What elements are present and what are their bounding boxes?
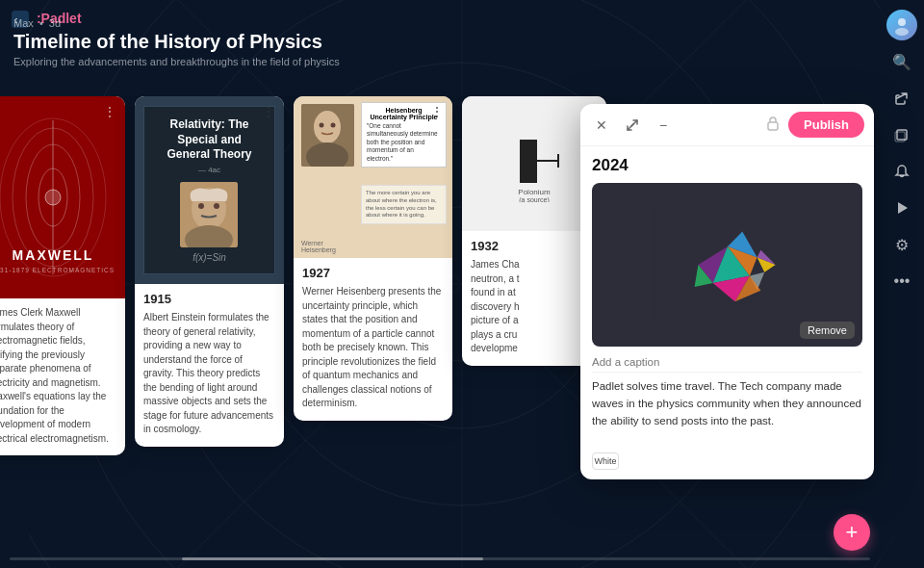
- 1932-text: James Chaneutron, a tfound in atdiscover…: [471, 258, 598, 356]
- svg-point-30: [214, 203, 219, 209]
- scroll-thumb: [182, 557, 483, 560]
- caption-input[interactable]: [592, 352, 862, 373]
- maxwell-body: James Clerk Maxwell formulates theory of…: [0, 298, 125, 455]
- maxwell-image: MAXWELL 1831-1879 ELECTROMAGNETICS: [0, 96, 125, 298]
- editor-footer: White: [580, 447, 874, 479]
- board-info: Max • 3d Timeline of the History of Phys…: [13, 17, 340, 67]
- relativity-text: Albert Einstein formulates the theory of…: [143, 311, 275, 437]
- editor-header: ✕ − Publish: [580, 104, 874, 146]
- heisenberg-desc: The more certain you are about where the…: [361, 185, 447, 224]
- card-menu-maxwell[interactable]: ⋮: [100, 102, 119, 121]
- svg-point-35: [331, 123, 336, 128]
- book-author: — 4ac: [198, 166, 220, 174]
- right-sidebar: 🔍 ⚙ •••: [880, 0, 924, 568]
- remove-image-button[interactable]: Remove: [800, 322, 855, 339]
- post-image: Remove: [592, 183, 862, 347]
- gear-icon[interactable]: ⚙: [886, 229, 917, 260]
- relativity-year: 1915: [143, 292, 275, 306]
- svg-point-32: [314, 111, 341, 143]
- share-icon[interactable]: [886, 83, 917, 114]
- svg-rect-36: [520, 140, 537, 183]
- svg-point-12: [898, 18, 906, 26]
- add-post-button[interactable]: +: [834, 514, 870, 551]
- board-meta: Max • 3d: [13, 17, 340, 29]
- scroll-indicator: [10, 557, 870, 560]
- post-year: 2024: [592, 156, 862, 175]
- svg-text:Polonium: Polonium: [518, 188, 551, 196]
- svg-point-13: [895, 28, 909, 36]
- heisenberg-text: Werner Heisenberg presents the uncertain…: [302, 285, 444, 411]
- quote-text: "One cannot simultaneously determine bot…: [367, 122, 441, 163]
- card-relativity: ⋮ Relativity: The Special and General Th…: [135, 96, 284, 447]
- heisenberg-body: 1927 Werner Heisenberg presents the unce…: [294, 258, 452, 421]
- layers-icon[interactable]: [886, 119, 917, 150]
- color-swatch-white[interactable]: White: [592, 452, 619, 470]
- heisenberg-name: WernerHeisenberg: [301, 240, 336, 253]
- svg-point-23: [45, 190, 61, 205]
- close-button[interactable]: ✕: [590, 114, 613, 137]
- search-icon[interactable]: 🔍: [886, 46, 917, 77]
- maxwell-text: James Clerk Maxwell formulates theory of…: [0, 306, 116, 446]
- lock-icon: [765, 116, 781, 134]
- svg-text:(a source): (a source): [519, 196, 550, 202]
- bell-icon[interactable]: [886, 156, 917, 187]
- play-icon[interactable]: [886, 193, 917, 223]
- card-menu-heisenberg[interactable]: ⋮: [427, 102, 447, 121]
- svg-rect-41: [768, 122, 778, 130]
- user-avatar[interactable]: [886, 10, 917, 40]
- svg-text:1831-1879 ELECTROMAGNETICS: 1831-1879 ELECTROMAGNETICS: [0, 267, 115, 273]
- svg-text:MAXWELL: MAXWELL: [13, 247, 94, 263]
- board-title: Timeline of the History of Physics: [13, 31, 340, 53]
- card-maxwell: ⋮ MAXWELL 1831-1879 ELECTROMAGNETICS Jam…: [0, 96, 125, 455]
- book-title: Relativity: The Special and General Theo…: [154, 117, 264, 163]
- minimize-button[interactable]: −: [652, 114, 675, 137]
- card-heisenberg: ⋮ Heisenberg Uncertainty Principle "One …: [294, 96, 452, 421]
- board-subtitle: Exploring the advancements and breakthro…: [13, 56, 340, 67]
- 1932-year: 1932: [471, 239, 598, 253]
- formula: f(x)=Sin: [192, 252, 226, 263]
- post-editor: ✕ − Publish 2024: [580, 104, 874, 479]
- more-icon[interactable]: •••: [886, 266, 917, 297]
- restore-button[interactable]: [621, 114, 644, 137]
- svg-point-34: [320, 123, 324, 128]
- relativity-body: 1915 Albert Einstein formulates the theo…: [135, 284, 284, 447]
- svg-marker-16: [898, 202, 908, 214]
- editor-body: 2024: [580, 146, 874, 447]
- svg-point-29: [198, 203, 204, 209]
- heisenberg-year: 1927: [302, 266, 444, 280]
- publish-button[interactable]: Publish: [788, 112, 864, 138]
- post-content: Padlet solves time travel. The Tech comp…: [592, 378, 862, 429]
- card-menu-relativity[interactable]: ⋮: [259, 102, 278, 121]
